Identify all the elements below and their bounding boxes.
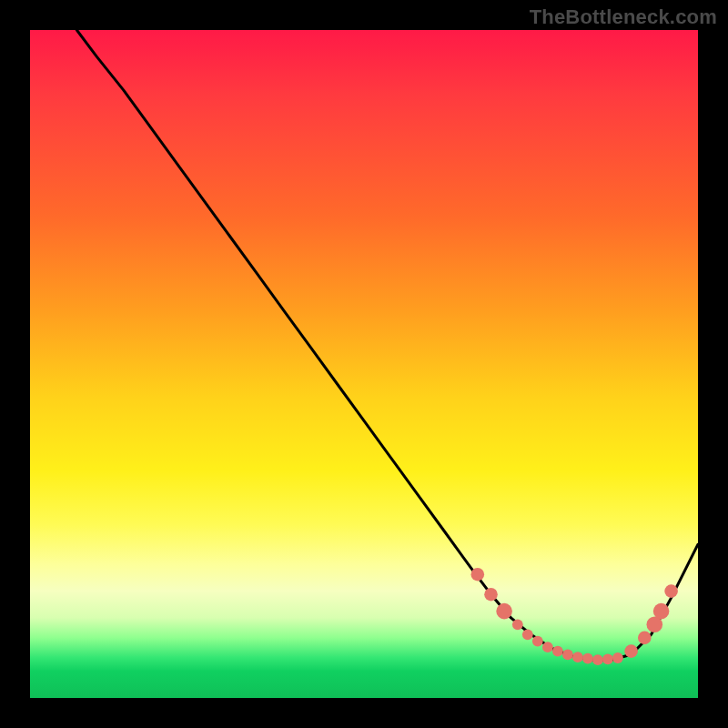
curve-marker [542, 642, 553, 652]
plot-area [30, 30, 698, 698]
curve-layer [30, 30, 698, 698]
curve-marker [562, 649, 573, 660]
bottleneck-curve [76, 30, 698, 660]
curve-marker [552, 646, 563, 657]
curve-marker [522, 629, 533, 640]
chart-stage: TheBottleneck.com [0, 0, 728, 728]
curve-markers [471, 568, 678, 665]
curve-marker [664, 584, 678, 598]
curve-marker [653, 603, 670, 620]
curve-marker [592, 654, 603, 665]
curve-marker [612, 652, 623, 663]
curve-marker [602, 654, 613, 665]
curve-marker [512, 619, 523, 630]
curve-marker [532, 636, 543, 647]
watermark-label: TheBottleneck.com [530, 5, 717, 29]
curve-marker [496, 603, 512, 620]
curve-marker [572, 652, 583, 662]
curve-marker [484, 588, 498, 602]
curve-marker [638, 632, 652, 645]
curve-marker [582, 653, 593, 664]
curve-marker [624, 644, 638, 658]
curve-marker [471, 568, 485, 581]
